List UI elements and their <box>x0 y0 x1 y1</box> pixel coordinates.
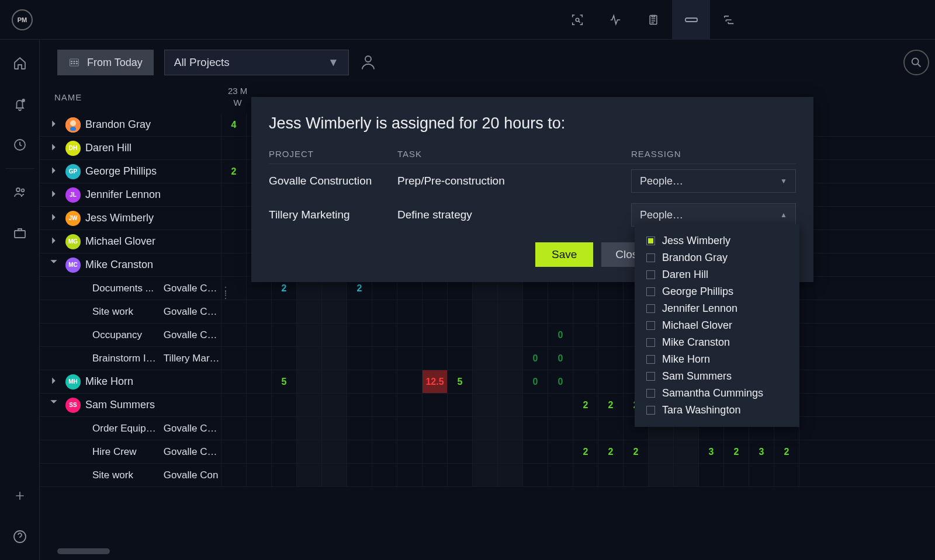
workload-cell[interactable] <box>321 370 347 393</box>
workload-cell[interactable] <box>246 464 271 486</box>
workload-cell[interactable] <box>522 464 548 486</box>
workload-cell[interactable] <box>598 417 623 440</box>
workload-cell[interactable] <box>321 417 347 440</box>
workload-cell[interactable] <box>296 440 321 463</box>
workload-icon[interactable] <box>672 0 710 40</box>
workload-cell[interactable] <box>296 324 321 346</box>
workload-cell[interactable] <box>598 300 623 323</box>
workload-cell[interactable] <box>648 464 673 486</box>
clipboard-icon[interactable] <box>634 0 672 40</box>
workload-cell[interactable] <box>749 464 774 486</box>
checkbox[interactable] <box>646 287 655 296</box>
workload-cell[interactable]: 2 <box>723 440 749 463</box>
workload-cell[interactable]: 2 <box>598 394 623 416</box>
workload-cell[interactable] <box>422 324 447 346</box>
from-today-button[interactable]: From Today <box>57 50 154 75</box>
workload-cell[interactable]: 0 <box>548 324 573 346</box>
workload-cell[interactable] <box>221 394 246 416</box>
workload-cell[interactable] <box>472 347 497 370</box>
workload-cell[interactable]: 2 <box>774 440 799 463</box>
workload-cell[interactable] <box>422 394 447 416</box>
workload-cell[interactable] <box>673 440 698 463</box>
search-button[interactable] <box>903 50 929 75</box>
workload-cell[interactable] <box>623 464 648 486</box>
workload-cell[interactable] <box>548 417 573 440</box>
people-option[interactable]: Jess Wimberly <box>635 232 799 249</box>
workload-cell[interactable] <box>447 394 472 416</box>
home-icon[interactable] <box>8 51 32 75</box>
workload-cell[interactable] <box>347 440 372 463</box>
workload-cell[interactable] <box>246 324 271 346</box>
people-option[interactable]: Michael Glover <box>635 317 799 334</box>
workload-cell[interactable] <box>372 440 397 463</box>
workload-cell[interactable] <box>372 324 397 346</box>
workload-cell[interactable] <box>372 394 397 416</box>
workload-cell[interactable] <box>221 440 246 463</box>
workload-cell[interactable] <box>246 394 271 416</box>
expand-toggle[interactable] <box>47 143 61 153</box>
workload-cell[interactable] <box>573 300 598 323</box>
workload-cell[interactable] <box>422 464 447 486</box>
workload-cell[interactable] <box>271 347 296 370</box>
workload-cell[interactable] <box>397 440 422 463</box>
workload-cell[interactable] <box>221 183 246 206</box>
workload-cell[interactable] <box>598 464 623 486</box>
workload-cell[interactable] <box>548 464 573 486</box>
workload-cell[interactable] <box>271 464 296 486</box>
workload-cell[interactable] <box>799 464 824 486</box>
activity-icon[interactable] <box>596 0 634 40</box>
workload-cell[interactable] <box>271 300 296 323</box>
checkbox[interactable] <box>646 355 655 364</box>
horizontal-scrollbar[interactable] <box>57 548 110 554</box>
workload-cell[interactable] <box>221 347 246 370</box>
workload-cell[interactable]: 2 <box>598 440 623 463</box>
workload-cell[interactable] <box>397 370 422 393</box>
expand-toggle[interactable] <box>47 236 61 246</box>
workload-cell[interactable] <box>347 347 372 370</box>
workload-cell[interactable] <box>221 417 246 440</box>
workload-cell[interactable] <box>548 440 573 463</box>
workload-cell[interactable] <box>246 417 271 440</box>
workload-cell[interactable] <box>799 370 824 393</box>
workload-cell[interactable] <box>447 440 472 463</box>
workload-cell[interactable]: 4 <box>221 113 246 136</box>
workload-cell[interactable] <box>397 347 422 370</box>
person-filter-icon[interactable] <box>359 53 378 72</box>
workload-cell[interactable] <box>397 464 422 486</box>
workload-cell[interactable] <box>799 417 824 440</box>
clock-icon[interactable] <box>8 133 32 156</box>
projects-select[interactable]: All Projects ▼ <box>164 50 349 75</box>
workload-cell[interactable] <box>271 417 296 440</box>
workload-cell[interactable] <box>522 300 548 323</box>
workload-cell[interactable] <box>321 300 347 323</box>
workload-cell[interactable] <box>271 440 296 463</box>
workload-cell[interactable] <box>472 324 497 346</box>
workload-cell[interactable] <box>598 324 623 346</box>
workload-cell[interactable] <box>296 394 321 416</box>
workload-cell[interactable] <box>296 300 321 323</box>
checkbox[interactable] <box>646 372 655 381</box>
workload-cell[interactable] <box>246 370 271 393</box>
workload-cell[interactable] <box>447 417 472 440</box>
workload-cell[interactable] <box>799 347 824 370</box>
reassign-select[interactable]: People…▲ <box>631 203 796 227</box>
workload-cell[interactable]: 2 <box>221 160 246 183</box>
workload-cell[interactable] <box>271 324 296 346</box>
workload-cell[interactable]: 2 <box>573 394 598 416</box>
workload-cell[interactable] <box>397 417 422 440</box>
workload-cell[interactable] <box>472 370 497 393</box>
workload-cell[interactable] <box>347 300 372 323</box>
expand-toggle[interactable] <box>47 213 61 223</box>
workload-cell[interactable] <box>321 347 347 370</box>
workload-cell[interactable]: 0 <box>548 347 573 370</box>
people-option[interactable]: Mike Cranston <box>635 334 799 351</box>
checkbox[interactable] <box>646 253 655 262</box>
workload-cell[interactable] <box>221 207 246 229</box>
expand-toggle[interactable] <box>47 258 61 267</box>
workload-cell[interactable] <box>799 324 824 346</box>
people-option[interactable]: Daren Hill <box>635 266 799 283</box>
people-option[interactable]: Jennifer Lennon <box>635 300 799 317</box>
workload-cell[interactable] <box>799 300 824 323</box>
workload-cell[interactable] <box>799 394 824 416</box>
workload-cell[interactable] <box>573 347 598 370</box>
